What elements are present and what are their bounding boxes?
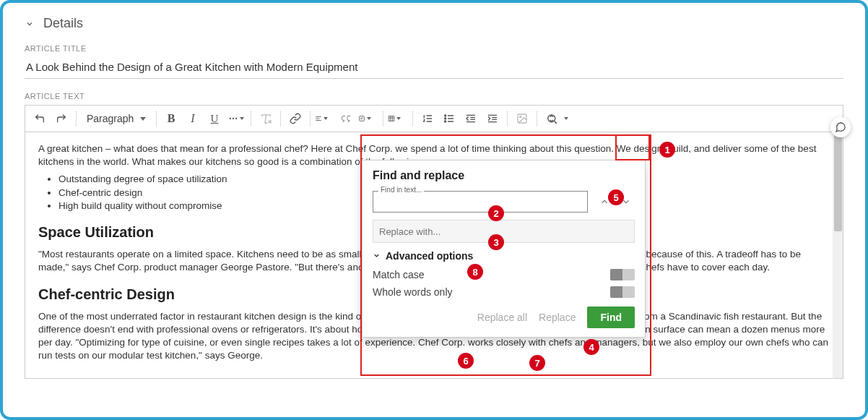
numbered-list-button[interactable] [417, 108, 438, 129]
outdent-button[interactable] [461, 108, 481, 129]
svg-point-24 [445, 118, 446, 119]
svg-rect-10 [360, 116, 365, 121]
add-comment-button[interactable] [830, 117, 851, 137]
bullet-list-button[interactable] [439, 108, 459, 129]
svg-line-37 [554, 121, 556, 123]
find-legend: Find in text... [378, 186, 424, 194]
find-replace-dialog: Find and replace Find in text... Advance… [362, 160, 646, 338]
caret-down-icon [324, 117, 328, 120]
find-prev-button[interactable] [596, 193, 613, 210]
caret-down-icon[interactable] [564, 117, 568, 120]
details-label: Details [43, 16, 83, 31]
whole-words-label: Whole words only [373, 286, 453, 298]
match-case-toggle[interactable] [610, 269, 635, 280]
svg-point-0 [230, 118, 231, 119]
app-frame: Details ARTICLE TITLE ARTICLE TEXT Parag… [0, 0, 868, 420]
replace-input[interactable] [373, 220, 635, 243]
details-header[interactable]: Details [3, 3, 865, 37]
undo-button[interactable] [30, 108, 50, 129]
svg-line-4 [265, 114, 266, 122]
chevron-down-icon [25, 19, 35, 29]
advanced-options-toggle[interactable]: Advanced options [373, 250, 635, 262]
find-next-button[interactable] [617, 193, 635, 210]
svg-point-1 [233, 118, 234, 119]
dialog-title: Find and replace [373, 169, 635, 182]
svg-point-36 [547, 114, 555, 121]
svg-rect-34 [518, 114, 526, 123]
quote-button[interactable] [337, 108, 357, 129]
scrollbar-track[interactable] [833, 132, 843, 378]
chevron-down-icon [373, 252, 381, 260]
indent-button[interactable] [482, 108, 503, 129]
underline-button[interactable]: U [204, 108, 225, 129]
italic-button[interactable]: I [183, 108, 203, 129]
block-style-select[interactable]: Paragraph [81, 110, 152, 127]
caret-down-icon [396, 117, 401, 120]
svg-point-23 [445, 115, 446, 116]
match-case-label: Match case [373, 269, 425, 280]
scrollbar-thumb[interactable] [834, 134, 842, 231]
align-button[interactable] [315, 108, 335, 129]
more-format-button[interactable] [226, 108, 246, 129]
svg-point-35 [520, 116, 521, 118]
find-replace-button[interactable] [542, 108, 562, 129]
clear-format-button[interactable] [256, 108, 276, 129]
replace-all-button[interactable]: Replace all [477, 312, 527, 323]
advanced-options-label: Advanced options [386, 250, 473, 262]
svg-point-25 [445, 121, 446, 122]
insert-special-button[interactable] [358, 108, 378, 129]
editor-toolbar: Paragraph B I U [25, 106, 843, 132]
bold-button[interactable]: B [161, 108, 181, 129]
caret-down-icon [367, 117, 371, 120]
find-button[interactable]: Find [587, 307, 635, 328]
article-title-label: ARTICLE TITLE [25, 44, 843, 53]
article-text-label: ARTICLE TEXT [25, 92, 843, 100]
svg-line-5 [269, 120, 272, 123]
redo-button[interactable] [51, 108, 71, 129]
svg-point-2 [235, 118, 237, 119]
link-button[interactable] [285, 108, 305, 129]
svg-rect-13 [389, 116, 394, 121]
replace-button[interactable]: Replace [539, 312, 576, 323]
whole-words-toggle[interactable] [610, 286, 635, 298]
article-title-input[interactable] [25, 60, 843, 74]
insert-image-button[interactable] [512, 108, 532, 129]
caret-down-icon [240, 117, 244, 120]
table-button[interactable] [388, 108, 408, 129]
svg-line-6 [269, 120, 272, 123]
find-input[interactable] [373, 191, 588, 213]
